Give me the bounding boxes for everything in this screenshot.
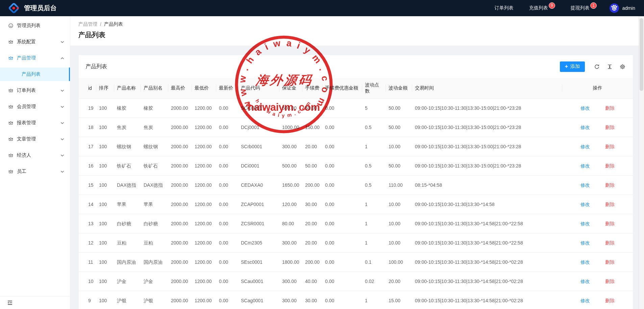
table-cell: 2000.00 <box>168 176 192 195</box>
table-cell: 0.5 <box>362 156 386 176</box>
edit-link[interactable]: 修改 <box>580 258 590 266</box>
table-cell: 0.00 <box>216 195 238 214</box>
menu-fold-icon[interactable] <box>7 300 13 306</box>
delete-link[interactable]: 删除 <box>605 258 615 266</box>
table-cell: 09:00-10:15|10:30-11:30|13:30-*14:58|21:… <box>412 233 562 253</box>
column-height-icon[interactable] <box>607 64 613 70</box>
delete-link[interactable]: 删除 <box>605 220 615 227</box>
add-button[interactable]: + 添加 <box>560 61 585 72</box>
delete-link[interactable]: 删除 <box>605 239 615 247</box>
edit-link[interactable]: 修改 <box>580 124 590 131</box>
table-row: 12100豆粕豆粕2000.001200.000.00DCm2305300.00… <box>79 233 633 253</box>
edit-link[interactable]: 修改 <box>580 220 590 227</box>
table-cell: 09:00-10:15|10:30-11:30|13:30-15:00|21:0… <box>412 118 562 137</box>
plus-icon: + <box>565 64 568 69</box>
sidebar-item[interactable]: 管理员列表 <box>0 19 70 32</box>
gear-icon[interactable] <box>620 64 625 70</box>
delete-link[interactable]: 删除 <box>605 297 615 304</box>
main-content: 产品管理 / 产品列表 产品列表 产品列表 + 添加 <box>70 16 639 309</box>
delete-link[interactable]: 删除 <box>605 278 615 285</box>
sidebar-item[interactable]: 订单列表 <box>0 84 70 97</box>
actions-cell: 修改删除 <box>562 156 633 176</box>
edit-link[interactable]: 修改 <box>580 239 590 247</box>
table-cell: 5 <box>362 99 386 118</box>
table-cell: 50.00 <box>302 156 322 176</box>
edit-link[interactable]: 修改 <box>580 297 590 304</box>
sidebar-item[interactable]: 产品管理 <box>0 51 70 65</box>
delete-link[interactable]: 删除 <box>605 124 615 131</box>
table-cell: 0.5 <box>362 118 386 137</box>
actions-cell: 修改删除 <box>562 233 633 253</box>
crown-icon <box>8 136 14 142</box>
edit-link[interactable]: 修改 <box>580 143 590 150</box>
table-row: 14100苹果苹果2000.001200.000.00ZCAP0001120.0… <box>79 195 633 214</box>
actions-cell: 修改删除 <box>562 291 633 309</box>
sidebar-item[interactable]: 会员管理 <box>0 100 70 113</box>
crown-icon <box>8 104 14 109</box>
table-cell: 16 <box>79 156 96 176</box>
table-cell: 1 <box>362 214 386 233</box>
table-cell: 0.5 <box>362 176 386 195</box>
table-cell: 100 <box>96 137 114 156</box>
table-cell: 国内原油 <box>141 253 168 272</box>
table-cell: 焦炭 <box>114 118 141 137</box>
reload-icon[interactable] <box>594 64 600 70</box>
sidebar-item[interactable]: 系统配置 <box>0 35 70 49</box>
sidebar-item[interactable]: 文章管理 <box>0 132 70 146</box>
sidebar-item-label: 订单列表 <box>17 87 36 94</box>
delete-link[interactable]: 删除 <box>605 201 615 208</box>
table-cell: 1 <box>362 195 386 214</box>
topbar: 管理员后台 订单列表充值列表9提现列表1 du admin <box>0 0 644 16</box>
table-cell: 50.00 <box>386 156 412 176</box>
crown-icon <box>8 55 14 61</box>
table-cell: 沪银 <box>141 291 168 309</box>
sidebar-item[interactable]: 报表管理 <box>0 116 70 130</box>
table-cell: 15 <box>79 176 96 195</box>
edit-link[interactable]: 修改 <box>580 201 590 208</box>
table-cell: 300.00 <box>279 272 302 291</box>
table-cell: 沪银 <box>114 291 141 309</box>
sidebar-subitem[interactable]: 产品列表 <box>0 68 70 81</box>
table-cell: 螺纹钢 <box>114 137 141 156</box>
table-cell: DCj0001 <box>238 118 279 137</box>
table-cell: 200.00 <box>302 253 322 272</box>
edit-link[interactable]: 修改 <box>580 104 590 112</box>
column-header: 保证金 <box>279 78 302 99</box>
notification-badge: 1 <box>590 2 597 9</box>
topnav-item-label: 充值列表 <box>529 5 548 11</box>
delete-link[interactable]: 删除 <box>605 162 615 170</box>
actions-cell: 修改删除 <box>562 214 633 233</box>
edit-link[interactable]: 修改 <box>580 162 590 170</box>
sidebar-footer <box>0 296 70 309</box>
breadcrumb-parent[interactable]: 产品管理 <box>78 21 97 27</box>
delete-link[interactable]: 删除 <box>605 143 615 150</box>
crown-icon <box>8 169 14 174</box>
table-cell: 1200.00 <box>192 176 216 195</box>
topnav: 订单列表充值列表9提现列表1 <box>479 5 597 11</box>
delete-link[interactable]: 删除 <box>605 104 615 112</box>
topnav-item[interactable]: 提现列表1 <box>571 5 597 11</box>
table-cell: 14 <box>79 195 96 214</box>
topnav-item[interactable]: 充值列表9 <box>529 5 555 11</box>
edit-link[interactable]: 修改 <box>580 181 590 189</box>
page-scrollbar[interactable] <box>639 16 644 309</box>
table-cell: 2000.00 <box>168 214 192 233</box>
table-cell: 100 <box>96 195 114 214</box>
sidebar-item[interactable]: 员工 <box>0 165 70 178</box>
delete-link[interactable]: 删除 <box>605 181 615 189</box>
user-menu[interactable]: du admin <box>610 3 635 13</box>
sidebar-item-label: 报表管理 <box>17 120 36 126</box>
edit-link[interactable]: 修改 <box>580 278 590 285</box>
topnav-item[interactable]: 订单列表 <box>495 5 514 11</box>
table-cell: 1200.00 <box>192 118 216 137</box>
table-cell: 1800.00 <box>279 253 302 272</box>
scrollbar-thumb[interactable] <box>640 18 643 91</box>
table-row: 9100沪银沪银2000.001200.000.00SCag0001300.00… <box>79 291 633 309</box>
table-cell: 1200.00 <box>192 195 216 214</box>
table-cell: 2000.00 <box>168 291 192 309</box>
table-cell: 17 <box>79 137 96 156</box>
page-header: 产品管理 / 产品列表 产品列表 <box>70 16 639 46</box>
table-cell: 0.00 <box>216 253 238 272</box>
sidebar-item[interactable]: 经济人 <box>0 149 70 162</box>
table-cell: 0.02 <box>362 272 386 291</box>
